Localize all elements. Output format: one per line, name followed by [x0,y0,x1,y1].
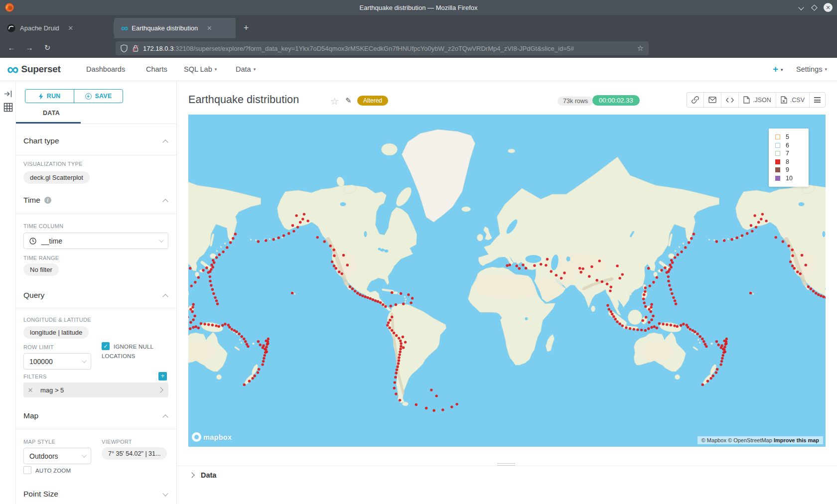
legend-item-10[interactable]: 10 [775,174,809,183]
window-title: Earthquake distribution — Mozilla Firefo… [0,4,837,11]
attribution-text[interactable]: © Mapbox © OpenStreetMap [701,437,772,443]
run-save-group: RUN + SAVE [25,89,123,103]
superset-infinity-icon: ∞ [7,62,18,77]
viz-type-label: VISUALIZATION TYPE [23,161,83,167]
superset-logo[interactable]: ∞ Superset [7,62,60,77]
remove-filter-icon[interactable]: ✕ [23,386,37,394]
ignore-null-label2: LOCATIONS [102,353,135,359]
settings-menu[interactable]: Settings▾ [796,65,827,73]
legend-item-6[interactable]: 6 [775,141,809,150]
export-json-button[interactable]: .JSON [738,93,776,107]
ignore-null-checkbox[interactable]: ✓ [102,342,110,350]
filters-label: FILTERS [23,374,47,379]
legend-swatch [775,151,780,156]
map-style-select[interactable]: Outdoors [23,448,91,464]
time-column-select[interactable]: __time [23,233,168,249]
lonlat-pill[interactable]: longitude | latitude [23,326,89,339]
nav-charts[interactable]: Charts [146,65,167,73]
window-close-icon[interactable]: ✕ [823,2,833,12]
tab-earthquake-distribution[interactable]: ∞ Earthquake distribution ✕ [114,18,236,38]
browser-tabbar: Apache Druid ✕ ∞ Earthquake distribution… [0,15,837,38]
section-chart-type[interactable]: Chart type [23,136,59,145]
caret-down-icon: ▾ [254,67,256,72]
auto-zoom-checkbox[interactable] [23,466,31,474]
collapse-chevron-icon[interactable] [162,294,168,299]
email-button[interactable] [703,93,721,107]
legend-item-9[interactable]: 9 [775,166,809,174]
window-maximize-icon[interactable] [809,2,819,12]
back-button[interactable]: ← [5,41,18,54]
legend-item-5[interactable]: 5 [775,133,809,141]
tab-apache-druid[interactable]: Apache Druid ✕ [0,18,114,38]
tab-label: Apache Druid [20,24,59,32]
chevron-right-icon [189,472,194,478]
section-map[interactable]: Map [23,411,38,420]
code-icon [726,97,734,103]
forward-button[interactable]: → [23,41,36,54]
data-panel-toggle[interactable]: Data [190,471,216,479]
row-count-badge: 73k rows [558,97,593,106]
section-time[interactable]: Timei [23,196,51,205]
map-style-label: MAP STYLE [23,439,55,445]
legend-item-7[interactable]: 7 [775,149,809,158]
new-tab-button[interactable]: + [240,22,253,35]
expand-panel-icon[interactable] [4,90,12,98]
url-field[interactable]: 172.18.0.3:32108/superset/explore/?form_… [116,41,649,55]
legend-label: 5 [786,133,789,140]
legend-label: 10 [786,175,793,182]
more-options-button[interactable] [809,93,825,107]
mapbox-icon [192,432,201,442]
improve-map-link[interactable]: Improve this map [774,437,819,443]
reload-button[interactable]: ↻ [41,41,54,54]
brand-name: Superset [21,64,61,75]
dataset-grid-icon[interactable] [3,103,13,112]
caret-down-icon: ▾ [215,67,217,72]
nav-data[interactable]: Data▾ [236,65,256,73]
save-button[interactable]: + SAVE [74,90,123,103]
row-limit-select[interactable]: 100000 [23,353,91,370]
favorite-star-icon[interactable]: ☆ [330,96,339,107]
time-range-pill[interactable]: No filter [23,263,59,276]
chevron-down-icon [82,453,87,458]
viz-type-pill[interactable]: deck.gl Scatterplot [23,171,90,184]
clock-icon [29,238,36,245]
tab-close-icon[interactable]: ✕ [66,24,75,33]
bookmark-star-icon[interactable]: ☆ [637,44,644,53]
insecure-lock-icon[interactable] [132,44,139,52]
section-point-size[interactable]: Point Size [23,490,58,499]
filter-chip[interactable]: ✕ mag > 5 [23,382,168,397]
add-filter-button[interactable]: + [158,372,167,380]
tracking-shield-icon[interactable] [121,44,128,52]
circle-plus-icon: + [85,93,92,100]
chevron-right-icon[interactable] [157,387,163,392]
share-link-button[interactable] [687,93,703,107]
run-button[interactable]: RUN [25,90,74,103]
data-panel-title: Data [201,471,216,479]
window-minimize-icon[interactable] [796,2,806,12]
tab-close-icon[interactable]: ✕ [205,24,214,33]
time-range-label: TIME RANGE [23,255,59,261]
nav-sql-lab[interactable]: SQL Lab▾ [184,65,217,73]
collapse-chevron-icon[interactable] [162,199,168,204]
tab-data[interactable]: DATA [43,110,60,117]
window-titlebar: Earthquake distribution — Mozilla Firefo… [0,0,837,15]
viewport-pill[interactable]: 7° 35' 54.02" | 31... [102,447,167,460]
export-csv-button[interactable]: .CSV [776,93,809,107]
chart-title: Earthquake distribution [188,94,299,106]
collapse-chevron-icon[interactable] [162,139,168,145]
screenshot-root: Earthquake distribution — Mozilla Firefo… [0,0,837,504]
section-query[interactable]: Query [23,291,44,300]
expand-chevron-icon[interactable] [162,491,168,496]
edit-title-icon[interactable]: ✎ [345,96,352,105]
add-new-button[interactable]: +▾ [773,64,783,75]
embed-code-button[interactable] [721,93,738,107]
nav-dashboards[interactable]: Dashboards [86,65,125,73]
legend-swatch [775,143,780,148]
bolt-icon [39,93,43,100]
collapse-chevron-icon[interactable] [162,414,168,420]
legend-item-8[interactable]: 8 [775,158,809,166]
mapbox-logo[interactable]: mapbox [192,432,232,442]
deckgl-map[interactable]: 5678910 mapbox © Mapbox © OpenStreetMap … [188,115,826,447]
filter-text: mag > 5 [40,386,64,394]
legend-label: 6 [786,142,789,149]
